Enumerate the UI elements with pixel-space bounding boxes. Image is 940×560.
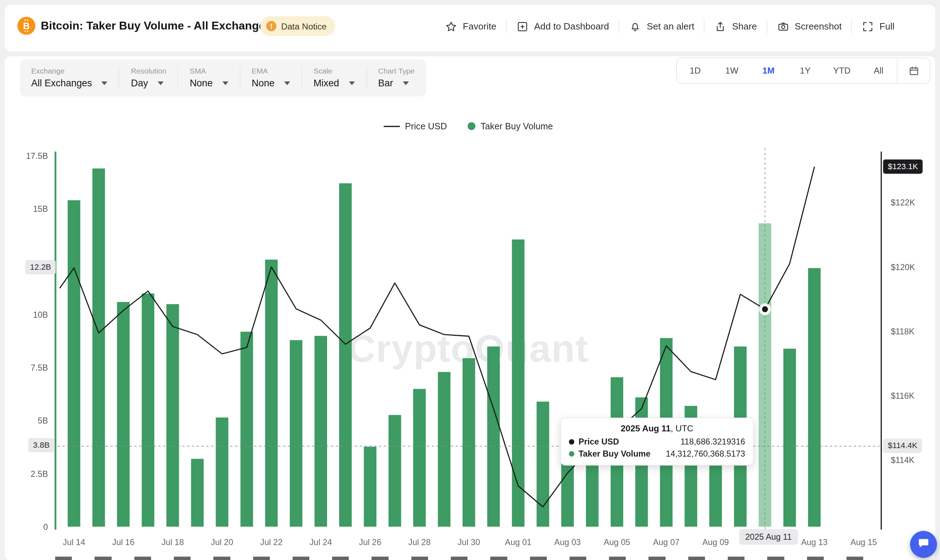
volume-bar-jul-18[interactable] [166, 304, 179, 526]
chat-widget-button[interactable] [910, 531, 937, 558]
volume-bar-jul-17[interactable] [142, 294, 154, 526]
volume-bar-jul-31[interactable] [487, 346, 499, 526]
x-axis-tick: Jul 28 [408, 538, 430, 547]
series-dot-icon [569, 439, 574, 444]
legend-item-price-usd[interactable]: Price USD [383, 121, 447, 131]
action-set-an-alert[interactable]: Set an alert [619, 20, 704, 32]
volume-bar-jul-30[interactable] [462, 358, 475, 526]
volume-bar-jul-14[interactable] [68, 200, 80, 527]
volume-bar-jul-24[interactable] [314, 336, 327, 526]
left-axis-tick: 10B [33, 310, 48, 320]
control-value-row: None [190, 78, 228, 88]
x-axis-tick: Aug 01 [505, 538, 532, 547]
control-label: Scale [314, 67, 355, 76]
control-ema[interactable]: EMANone [240, 59, 302, 97]
chevron-down-icon [157, 82, 163, 85]
chart-legend: Price USDTaker Buy Volume [55, 121, 881, 131]
volume-bar-jul-29[interactable] [438, 372, 450, 526]
tooltip-row: Taker Buy Volume14,312,760,368.5173 [569, 449, 745, 458]
action-add-to-dashboard[interactable]: Add to Dashboard [507, 20, 619, 32]
page: B Bitcoin: Taker Buy Volume - All Exchan… [0, 0, 940, 560]
x-axis-tick: Aug 07 [653, 538, 680, 547]
volume-bar-jul-25[interactable] [339, 183, 351, 526]
calendar-button[interactable] [897, 58, 930, 83]
volume-bar-jul-28[interactable] [413, 389, 425, 527]
x-axis-tick: Jul 22 [260, 538, 283, 547]
control-label: SMA [190, 67, 228, 76]
tooltip-series-value: 14,312,760,368.5173 [666, 449, 745, 458]
left-axis-tick: 0 [43, 522, 48, 532]
volume-bar-jul-21[interactable] [240, 332, 253, 526]
left-axis-tick: 15B [33, 204, 48, 214]
volume-bar-aug-01[interactable] [512, 240, 524, 526]
x-axis-tick: Jul 24 [310, 538, 332, 547]
volume-bar-aug-13[interactable] [808, 268, 821, 526]
range-all[interactable]: All [860, 66, 897, 75]
left-axis-tick: 7.5B [31, 363, 48, 372]
crosshair-dot [761, 306, 769, 313]
tooltip-title: 2025 Aug 11, UTC [569, 423, 745, 433]
volume-bar-jul-22[interactable] [265, 260, 278, 527]
volume-bar-jul-23[interactable] [290, 340, 302, 526]
range-selector: 1D1W1M1YYTDAll [676, 58, 931, 84]
control-exchange[interactable]: ExchangeAll Exchanges [20, 59, 119, 97]
chevron-down-icon [402, 82, 408, 85]
camera-icon [777, 20, 789, 32]
control-scale[interactable]: ScaleMixed [302, 59, 366, 97]
action-screenshot[interactable]: Screenshot [767, 20, 852, 32]
range-ytd[interactable]: YTD [823, 66, 860, 75]
control-value: All Exchanges [31, 78, 92, 88]
x-axis-tick: Jul 20 [211, 538, 233, 547]
action-label: Favorite [463, 21, 496, 32]
bell-icon [629, 20, 641, 32]
legend-item-taker-buy-volume[interactable]: Taker Buy Volume [467, 121, 553, 131]
volume-bar-jul-15[interactable] [92, 168, 105, 526]
x-axis-crosshair-tag: 2025 Aug 11 [739, 529, 798, 545]
right-axis-tick: $118K [891, 327, 915, 336]
volume-bar-aug-02[interactable] [536, 402, 549, 526]
legend-label: Taker Buy Volume [481, 121, 553, 131]
control-sma[interactable]: SMANone [179, 59, 240, 97]
tooltip-series-label: Price USD [578, 437, 619, 446]
range-1d[interactable]: 1D [677, 66, 713, 75]
left-axis-tick: 5B [38, 416, 48, 425]
calendar-icon [908, 65, 919, 76]
x-axis-tick: Jul 30 [458, 538, 480, 547]
control-value-row: Bar [378, 78, 415, 88]
left-axis-latest-tag: 12.2B [25, 260, 56, 274]
dashboard-add-icon [516, 20, 529, 32]
left-axis-tick: 17.5B [26, 151, 48, 161]
dot-swatch [467, 122, 475, 130]
header-actions: FavoriteAdd to DashboardSet an alertShar… [435, 15, 904, 38]
left-axis-tick: 2.5B [31, 469, 48, 478]
control-value-row: Mixed [314, 78, 355, 88]
control-value: None [252, 78, 274, 88]
control-value: None [190, 78, 213, 88]
volume-bar-aug-12[interactable] [783, 349, 796, 526]
legend-label: Price USD [405, 121, 447, 131]
right-axis-tick: $120K [891, 263, 915, 272]
control-chart-type[interactable]: Chart TypeBar [367, 59, 426, 97]
volume-bar-jul-27[interactable] [388, 415, 401, 526]
control-resolution[interactable]: ResolutionDay [119, 59, 178, 97]
svg-text:B: B [23, 21, 30, 31]
line-swatch [383, 125, 400, 126]
action-label: Screenshot [795, 21, 841, 32]
volume-bar-jul-26[interactable] [364, 447, 376, 526]
range-1y[interactable]: 1Y [787, 66, 823, 75]
range-1w[interactable]: 1W [713, 66, 750, 75]
data-notice-badge[interactable]: ! Data Notice [260, 16, 335, 36]
chevron-down-icon [349, 82, 355, 85]
control-value: Bar [378, 78, 393, 88]
action-favorite[interactable]: Favorite [435, 20, 506, 32]
right-axis-tick: $114K [891, 455, 915, 465]
volume-bar-jul-19[interactable] [191, 459, 203, 526]
action-share[interactable]: Share [705, 20, 766, 32]
tooltip-series-label: Taker Buy Volume [578, 449, 650, 458]
tooltip-series-value: 118,686.3219316 [681, 437, 745, 446]
chart-canvas[interactable]: 17.5B15B10B7.5B5B2.5B0$122K$120K$118K$11… [0, 144, 940, 560]
action-full[interactable]: Full [852, 20, 904, 32]
range-1m[interactable]: 1M [750, 66, 787, 75]
volume-bar-jul-20[interactable] [216, 417, 228, 526]
volume-bar-jul-16[interactable] [117, 302, 129, 526]
